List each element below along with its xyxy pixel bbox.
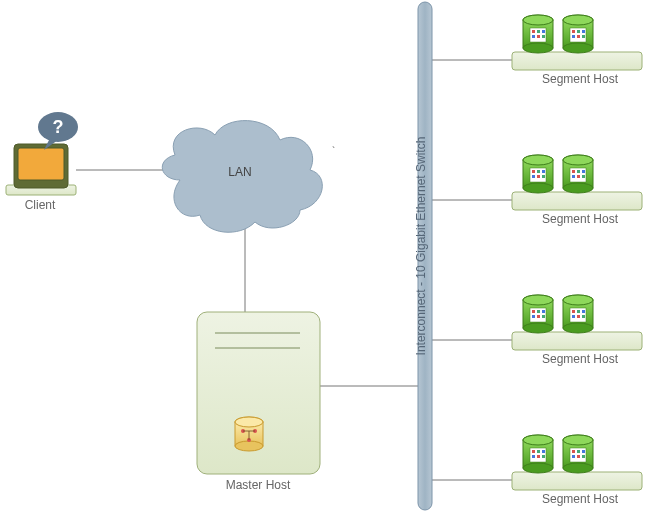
svg-rect-37 (542, 35, 545, 38)
svg-rect-47 (577, 35, 580, 38)
svg-rect-70 (577, 175, 580, 178)
svg-rect-43 (572, 30, 575, 33)
svg-point-64 (563, 155, 593, 165)
svg-rect-83 (542, 315, 545, 318)
svg-rect-59 (537, 175, 540, 178)
client-node: ? (6, 112, 78, 195)
svg-rect-103 (542, 450, 545, 453)
master-db-icon (235, 417, 263, 451)
svg-rect-106 (542, 455, 545, 458)
segment-host-0 (512, 15, 642, 70)
svg-point-86 (563, 323, 593, 333)
svg-rect-32 (532, 30, 535, 33)
svg-rect-67 (577, 170, 580, 173)
svg-rect-101 (532, 450, 535, 453)
segment-label-3: Segment Host (520, 492, 640, 506)
svg-rect-36 (537, 35, 540, 38)
svg-text:?: ? (53, 117, 64, 137)
svg-point-41 (563, 15, 593, 25)
segment-label-0: Segment Host (520, 72, 640, 86)
svg-rect-46 (572, 35, 575, 38)
svg-rect-49 (512, 192, 642, 210)
client-label: Client (10, 198, 70, 212)
svg-rect-57 (542, 170, 545, 173)
svg-point-109 (563, 463, 593, 473)
svg-rect-34 (542, 30, 545, 33)
svg-point-40 (563, 43, 593, 53)
tick-mark: ` (332, 146, 335, 157)
svg-rect-60 (542, 175, 545, 178)
svg-point-53 (523, 155, 553, 165)
svg-rect-72 (512, 332, 642, 350)
svg-point-98 (523, 463, 553, 473)
svg-rect-95 (512, 472, 642, 490)
segment-host-2 (512, 295, 642, 350)
svg-rect-112 (572, 450, 575, 453)
svg-rect-117 (582, 455, 585, 458)
svg-rect-94 (582, 315, 585, 318)
svg-point-29 (523, 43, 553, 53)
segment-host-3 (512, 435, 642, 490)
svg-point-99 (523, 435, 553, 445)
svg-rect-105 (537, 455, 540, 458)
svg-rect-71 (582, 175, 585, 178)
svg-rect-66 (572, 170, 575, 173)
svg-rect-104 (532, 455, 535, 458)
segment-label-2: Segment Host (520, 352, 640, 366)
svg-rect-81 (532, 315, 535, 318)
svg-point-30 (523, 15, 553, 25)
svg-point-75 (523, 323, 553, 333)
svg-rect-92 (572, 315, 575, 318)
svg-rect-82 (537, 315, 540, 318)
switch-label: Interconnect - 10 Gigabit Ethernet Switc… (414, 0, 428, 496)
svg-rect-89 (572, 310, 575, 313)
svg-rect-91 (582, 310, 585, 313)
svg-rect-114 (582, 450, 585, 453)
svg-rect-116 (577, 455, 580, 458)
svg-rect-55 (532, 170, 535, 173)
svg-rect-80 (542, 310, 545, 313)
svg-rect-69 (572, 175, 575, 178)
svg-rect-44 (577, 30, 580, 33)
svg-rect-102 (537, 450, 540, 453)
segment-label-1: Segment Host (520, 212, 640, 226)
svg-point-76 (523, 295, 553, 305)
svg-rect-115 (572, 455, 575, 458)
svg-rect-9 (18, 148, 64, 180)
svg-rect-113 (577, 450, 580, 453)
svg-rect-79 (537, 310, 540, 313)
master-host-node (197, 312, 320, 474)
svg-point-18 (235, 441, 263, 451)
svg-rect-90 (577, 310, 580, 313)
svg-rect-35 (532, 35, 535, 38)
svg-rect-26 (512, 52, 642, 70)
svg-point-19 (235, 417, 263, 427)
svg-rect-58 (532, 175, 535, 178)
svg-rect-45 (582, 30, 585, 33)
segment-host-1 (512, 155, 642, 210)
svg-point-52 (523, 183, 553, 193)
svg-rect-68 (582, 170, 585, 173)
lan-label: LAN (210, 165, 270, 179)
svg-rect-78 (532, 310, 535, 313)
svg-point-63 (563, 183, 593, 193)
svg-point-87 (563, 295, 593, 305)
svg-rect-56 (537, 170, 540, 173)
svg-rect-33 (537, 30, 540, 33)
svg-point-110 (563, 435, 593, 445)
master-label: Master Host (198, 478, 318, 492)
svg-rect-48 (582, 35, 585, 38)
svg-rect-93 (577, 315, 580, 318)
